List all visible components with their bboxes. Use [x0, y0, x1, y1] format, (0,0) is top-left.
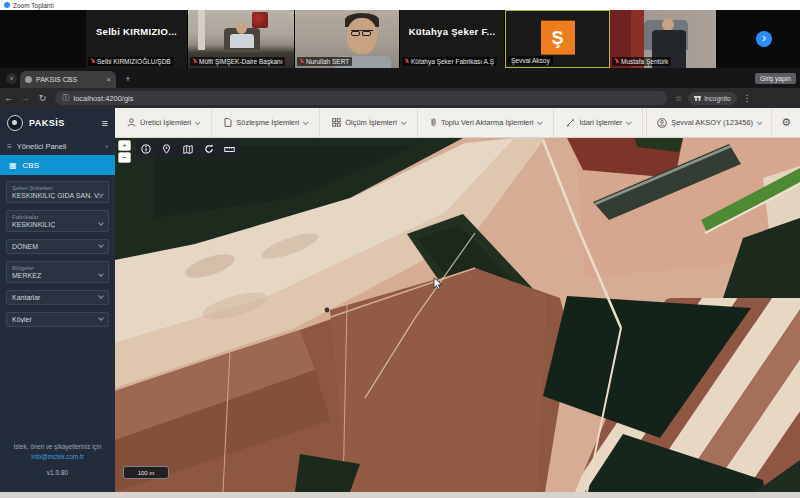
menu-idari-islemler[interactable]: İdari İşlemler: [554, 108, 643, 137]
muted-mic-icon: [615, 59, 619, 65]
app-header: PAKSİS ≡ Üretici İşlemleri Sözleşme İşle…: [0, 108, 800, 138]
tab-title: PAKSIS CBS: [36, 76, 102, 83]
user-menu-button[interactable]: Şevval AKSOY (123456): [646, 108, 771, 137]
scale-label: 100 m: [138, 470, 155, 476]
zoom-out-button[interactable]: −: [118, 152, 131, 163]
participant-tile-mufit[interactable]: Müfit ŞİMŞEK-Daire Başkanı: [188, 10, 295, 68]
location-pin-icon: [162, 144, 171, 154]
zoom-in-button[interactable]: +: [118, 140, 131, 151]
map-toolbar: + −: [118, 140, 239, 163]
menu-label: Sözleşme İşlemleri: [236, 118, 299, 127]
settings-button[interactable]: ⚙: [771, 108, 800, 137]
satellite-map[interactable]: + − 100 m: [115, 138, 800, 492]
incognito-label: Incognito: [704, 95, 730, 102]
select-value: Kantarlar: [12, 294, 103, 301]
screenshot-root: Zoom Toplantı Selbi KIRMIZIO... Selbi KI…: [0, 0, 800, 498]
sidebar-footer: İstek, öneri ve şikayetleriniz için info…: [0, 443, 115, 476]
participant-nametag: Mustafa Şentürk: [612, 57, 671, 66]
new-tab-button[interactable]: +: [122, 73, 134, 85]
map-layers-icon: [183, 145, 193, 154]
participant-nametag: Selbi KIRMIZIOĞLU/ŞDB: [88, 57, 174, 66]
select-value: MERKEZ: [12, 272, 103, 279]
chevron-down-icon: [303, 119, 309, 125]
select-seker-sirketleri[interactable]: Şeker Şirketleri KESKİNKILIÇ GIDA SAN. V…: [6, 181, 109, 203]
zoom-app-icon: [4, 2, 10, 8]
chevron-down-icon: [537, 119, 543, 125]
page-info-icon[interactable]: ⓘ: [62, 93, 70, 103]
measure-button[interactable]: [220, 140, 239, 158]
browser-addressbar: ← → ↻ ⓘ localhost:4200/gis ☆ Incognito ⋮: [0, 88, 800, 108]
select-kantarlar[interactable]: Kantarlar: [6, 290, 109, 305]
zoom-window-title: Zoom Toplantı: [13, 2, 54, 9]
sidebar-filters: Şeker Şirketleri KESKİNKILIÇ GIDA SAN. V…: [0, 175, 115, 327]
participant-tile-selbi[interactable]: Selbi KIRMIZIO... Selbi KIRMIZIOĞLU/ŞDB: [86, 10, 188, 68]
muted-mic-icon: [405, 59, 409, 65]
browser-tabstrip: ˅ PAKSIS CBS × +: [0, 68, 800, 88]
participant-tile-sevval[interactable]: Ş Şevval Aksoy: [505, 10, 610, 68]
chevron-down-icon: [757, 119, 763, 125]
participant-tile-mustafa[interactable]: Mustafa Şentürk: [610, 10, 717, 68]
brand-name: PAKSİS: [29, 118, 96, 128]
browser-tab-paksis[interactable]: PAKSIS CBS ×: [20, 71, 116, 88]
grid-icon: [332, 118, 341, 127]
ruler-icon: [224, 146, 235, 153]
select-koyler[interactable]: Köyler: [6, 312, 109, 327]
signin-tooltip: Giriş yapın: [755, 73, 796, 84]
incognito-icon: [694, 95, 701, 101]
next-participants-button[interactable]: ›: [756, 31, 772, 47]
url-input[interactable]: ⓘ localhost:4200/gis: [55, 91, 667, 105]
menu-olcum-islemleri[interactable]: Ölçüm İşlemleri: [320, 108, 418, 137]
refresh-icon: [204, 144, 214, 154]
participant-nametag: Şevval Aksoy: [508, 56, 553, 65]
menu-uretici-islemleri[interactable]: Üretici İşlemleri: [115, 108, 212, 137]
reload-icon[interactable]: ↻: [34, 93, 51, 103]
participant-nametag: Müfit ŞİMŞEK-Daire Başkanı: [190, 57, 285, 66]
tab-favicon: [25, 76, 32, 83]
layers-button[interactable]: [178, 140, 197, 158]
zoom-titlebar: Zoom Toplantı: [0, 0, 800, 10]
list-icon: ≡: [7, 142, 12, 151]
avatar-letter: Ş: [551, 27, 563, 48]
menu-sozlesme-islemleri[interactable]: Sözleşme İşlemleri: [212, 108, 320, 137]
participant-tile-kutahya[interactable]: Kütahya Şeker F... Kütahya Şeker Fabrika…: [400, 10, 505, 68]
participant-name: Şevval Aksoy: [511, 57, 550, 64]
participant-name: Kütahya Şeker Fabrikası A.Ş: [411, 58, 494, 65]
participant-name: Müfit ŞİMŞEK-Daire Başkanı: [199, 58, 282, 65]
avatar: Ş: [541, 21, 575, 55]
tab-close-icon[interactable]: ×: [106, 76, 111, 84]
menu-toplu-veri-aktarma[interactable]: Toplu Veri Aktarma İşlemleri: [418, 108, 555, 137]
participant-name: Selbi KIRMIZIOĞLU/ŞDB: [97, 58, 171, 65]
select-label: Şeker Şirketleri: [12, 185, 103, 191]
participant-tile-nurullah[interactable]: Nurullah SERT: [295, 10, 400, 68]
info-icon: [141, 144, 151, 154]
select-value: KESKİNKILIÇ: [12, 221, 103, 228]
top-menu: Üretici İşlemleri Sözleşme İşlemleri Ölç…: [115, 108, 800, 138]
info-button[interactable]: [136, 140, 155, 158]
muted-mic-icon: [193, 59, 197, 65]
document-icon: [224, 118, 232, 127]
hamburger-icon[interactable]: ≡: [102, 117, 108, 129]
back-icon[interactable]: ←: [0, 93, 17, 103]
sidebar-item-yonetici-paneli[interactable]: ≡ Yönetici Paneli ›: [0, 138, 115, 155]
select-value: DÖNEM: [12, 243, 103, 250]
ruler-pencil-icon: [566, 118, 575, 127]
participant-nametag: Kütahya Şeker Fabrikası A.Ş: [402, 57, 497, 66]
sidebar: ≡ Yönetici Paneli › ▦ CBS Şeker Şirketle…: [0, 138, 115, 492]
menu-label: Toplu Veri Aktarma İşlemleri: [441, 118, 534, 127]
forward-icon[interactable]: →: [17, 93, 34, 103]
sidebar-item-cbs[interactable]: ▦ CBS: [0, 155, 115, 175]
participant-display-name: Kütahya Şeker F...: [400, 26, 504, 37]
person-icon: [127, 118, 136, 127]
select-label: Fabrikalar: [12, 214, 103, 220]
paksis-logo-icon: [7, 115, 23, 131]
select-bolgeler[interactable]: Bölgeler MERKEZ: [6, 261, 109, 283]
location-button[interactable]: [157, 140, 176, 158]
tab-search-icon[interactable]: ˅: [6, 73, 17, 84]
select-donem[interactable]: DÖNEM: [6, 239, 109, 254]
feedback-email-link[interactable]: info@mctek.com.tr: [0, 453, 115, 460]
bookmark-icon[interactable]: ☆: [675, 94, 682, 103]
browser-menu-icon[interactable]: ⋮: [743, 93, 752, 103]
menu-label: Üretici İşlemleri: [140, 118, 191, 127]
refresh-button[interactable]: [199, 140, 218, 158]
select-fabrikalar[interactable]: Fabrikalar KESKİNKILIÇ: [6, 210, 109, 232]
